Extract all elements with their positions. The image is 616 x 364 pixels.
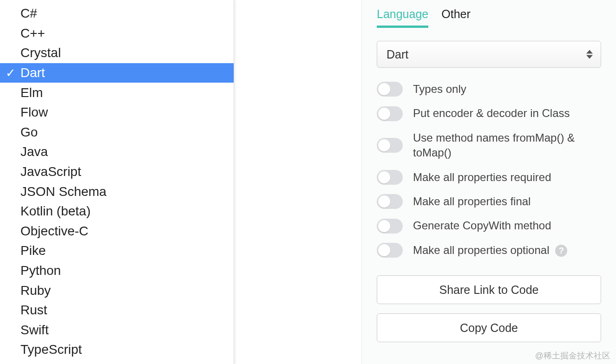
option-row: Use method names fromMap() & toMap() xyxy=(377,130,601,161)
dropdown-item-label: Python xyxy=(20,263,61,278)
language-select-box[interactable]: Dart xyxy=(377,41,601,68)
copy-code-button[interactable]: Copy Code xyxy=(377,313,601,342)
dropdown-item-label: Dart xyxy=(20,65,45,80)
dropdown-item-java[interactable]: ✓Java xyxy=(0,142,234,162)
dropdown-item-label: Java xyxy=(20,144,48,159)
settings-tabs: LanguageOther xyxy=(377,7,601,28)
dropdown-item-ruby[interactable]: ✓Ruby xyxy=(0,280,234,300)
dropdown-item-label: Elm xyxy=(20,85,43,100)
check-icon: ✓ xyxy=(6,66,20,80)
option-row: Types only xyxy=(377,82,601,97)
dropdown-item-label: JSON Schema xyxy=(20,184,106,199)
option-row: Make all properties optional ? xyxy=(377,243,601,258)
toggle-switch[interactable] xyxy=(377,194,403,209)
share-link-label: Share Link to Code xyxy=(439,283,538,297)
dropdown-item-json-schema[interactable]: ✓JSON Schema xyxy=(0,182,234,202)
help-icon[interactable]: ? xyxy=(555,245,567,257)
dropdown-item-objective-c[interactable]: ✓Objective-C xyxy=(0,221,234,241)
toggle-switch[interactable] xyxy=(377,219,403,234)
toggle-label: Put encoder & decoder in Class xyxy=(413,106,601,121)
dropdown-item-typescript[interactable]: ✓TypeScript xyxy=(0,340,234,360)
dropdown-item-dart[interactable]: ✓Dart xyxy=(0,63,234,83)
toggle-label: Make all properties optional ? xyxy=(413,243,601,258)
select-caret-icon xyxy=(586,50,593,59)
tab-language[interactable]: Language xyxy=(377,7,428,28)
dropdown-item-label: C# xyxy=(20,6,37,21)
tab-other[interactable]: Other xyxy=(441,7,471,28)
dropdown-item-label: C++ xyxy=(20,26,45,41)
dropdown-item-label: JavaScript xyxy=(20,164,81,179)
toggle-switch[interactable] xyxy=(377,106,403,121)
dropdown-item-c-[interactable]: ✓C# xyxy=(0,4,234,24)
dropdown-item-label: Rust xyxy=(20,303,47,318)
toggle-label: Generate CopyWith method xyxy=(413,218,601,233)
toggle-switch[interactable] xyxy=(377,243,403,258)
option-row: Put encoder & decoder in Class xyxy=(377,106,601,121)
option-row: Make all properties final xyxy=(377,194,601,209)
toggle-label: Make all properties final xyxy=(413,194,601,209)
dropdown-item-label: Objective-C xyxy=(20,224,88,239)
action-buttons: Share Link to Code Copy Code xyxy=(377,275,601,342)
dropdown-item-pike[interactable]: ✓Pike xyxy=(0,241,234,261)
copy-code-label: Copy Code xyxy=(460,321,518,335)
dropdown-item-label: Flow xyxy=(20,105,48,120)
dropdown-item-rust[interactable]: ✓Rust xyxy=(0,300,234,320)
dropdown-item-python[interactable]: ✓Python xyxy=(0,261,234,281)
dropdown-item-label: Kotlin (beta) xyxy=(20,204,91,219)
options-list: Types onlyPut encoder & decoder in Class… xyxy=(377,82,601,267)
toggle-switch[interactable] xyxy=(377,82,403,97)
language-select-value: Dart xyxy=(387,48,408,61)
dropdown-item-swift[interactable]: ✓Swift xyxy=(0,320,234,340)
dropdown-item-label: Ruby xyxy=(20,283,51,298)
dropdown-item-label: Go xyxy=(20,125,38,140)
dropdown-item-javascript[interactable]: ✓JavaScript xyxy=(0,162,234,182)
dropdown-item-flow[interactable]: ✓Flow xyxy=(0,103,234,123)
toggle-label: Use method names fromMap() & toMap() xyxy=(413,130,601,161)
toggle-switch[interactable] xyxy=(377,138,403,153)
share-link-button[interactable]: Share Link to Code xyxy=(377,275,601,304)
dropdown-item-go[interactable]: ✓Go xyxy=(0,123,234,143)
dropdown-item-label: Crystal xyxy=(20,46,61,60)
settings-panel: LanguageOther Dart Types onlyPut encoder… xyxy=(361,0,616,364)
dropdown-item-crystal[interactable]: ✓Crystal xyxy=(0,43,234,63)
toggle-switch[interactable] xyxy=(377,170,403,185)
language-dropdown-list: ✓C#✓C++✓Crystal✓Dart✓Elm✓Flow✓Go✓Java✓Ja… xyxy=(0,0,234,364)
option-row: Make all properties required xyxy=(377,170,601,185)
dropdown-item-label: Pike xyxy=(20,243,46,258)
editor-area xyxy=(234,0,361,364)
language-select[interactable]: Dart xyxy=(377,41,601,68)
toggle-label: Types only xyxy=(413,82,601,97)
option-row: Generate CopyWith method xyxy=(377,218,601,233)
dropdown-item-kotlin-beta-[interactable]: ✓Kotlin (beta) xyxy=(0,202,234,221)
dropdown-item-elm[interactable]: ✓Elm xyxy=(0,83,234,103)
dropdown-item-label: Swift xyxy=(20,323,49,338)
dropdown-item-c-[interactable]: ✓C++ xyxy=(0,24,234,44)
dropdown-item-label: TypeScript xyxy=(20,342,82,357)
toggle-label: Make all properties required xyxy=(413,170,601,185)
